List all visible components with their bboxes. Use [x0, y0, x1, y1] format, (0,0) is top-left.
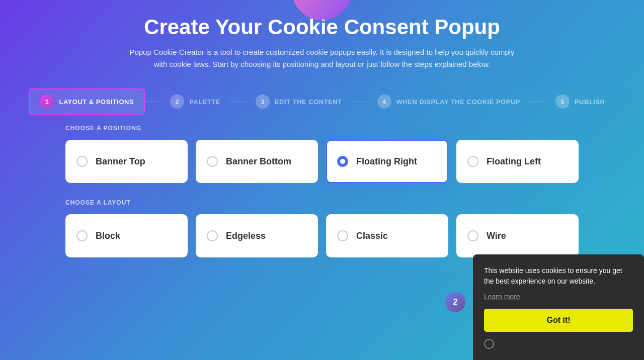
step-divider-1 — [145, 102, 160, 102]
position-floating-left[interactable]: Floating Left — [456, 140, 579, 183]
main-content: CHOOSE A POSITIONG Banner Top Banner Bot… — [0, 125, 644, 257]
step-1[interactable]: 1 LAYOUT & POSITIONS — [29, 88, 145, 115]
step-divider-4 — [530, 102, 545, 102]
layout-wire-label: Wire — [487, 231, 506, 241]
step-4-label: WHEN DISPLAY THE COOKIE POPUP — [396, 98, 520, 106]
layout-edgeless-label: Edgeless — [226, 231, 266, 241]
step-4[interactable]: 4 WHEN DISPLAY THE COOKIE POPUP — [367, 89, 530, 114]
cookie-consent-popup: This website uses cookies to ensure you … — [473, 254, 644, 360]
step2-floating-circle: 2 — [445, 292, 465, 312]
radio-wire — [467, 230, 478, 241]
step-5-label: PUBLISH — [575, 98, 605, 106]
position-floating-right[interactable]: ✓ Floating Right — [326, 140, 448, 183]
cookie-footer-icon — [484, 339, 494, 349]
radio-floating-right: ✓ — [337, 156, 348, 167]
radio-floating-left — [467, 156, 478, 167]
cookie-got-it-button[interactable]: Got it! — [484, 309, 633, 332]
step-5-number: 5 — [555, 95, 570, 109]
radio-edgeless — [207, 230, 218, 241]
position-banner-bottom-label: Banner Bottom — [226, 156, 291, 167]
positioning-label: CHOOSE A POSITIONG — [65, 125, 579, 132]
layout-label: CHOOSE A LAYOUT — [65, 199, 579, 206]
step-3[interactable]: 3 EDIT THE CONTENT — [246, 89, 352, 114]
position-banner-top[interactable]: Banner Top — [65, 140, 188, 183]
positioning-section: CHOOSE A POSITIONG Banner Top Banner Bot… — [65, 125, 579, 183]
radio-classic — [337, 230, 348, 241]
cookie-learn-more-link[interactable]: Learn more — [484, 293, 633, 301]
position-grid: Banner Top Banner Bottom ✓ Floating Righ… — [65, 140, 579, 183]
layout-edgeless[interactable]: Edgeless — [196, 214, 318, 257]
step-2[interactable]: 2 PALETTE — [160, 89, 230, 114]
step-1-label: LAYOUT & POSITIONS — [59, 98, 134, 106]
steps-navigation: 1 LAYOUT & POSITIONS 2 PALETTE 3 EDIT TH… — [0, 80, 644, 125]
step-4-number: 4 — [377, 95, 391, 109]
step-3-label: EDIT THE CONTENT — [275, 98, 342, 106]
radio-block — [76, 230, 88, 241]
page-description: Popup Cookie Creator is a tool to create… — [126, 46, 518, 70]
layout-block-label: Block — [96, 231, 120, 241]
layout-classic-label: Classic — [356, 231, 388, 241]
position-banner-bottom[interactable]: Banner Bottom — [196, 140, 318, 183]
step-1-number: 1 — [40, 95, 54, 109]
step-2-label: PALETTE — [189, 98, 220, 106]
step-divider-3 — [352, 102, 367, 102]
step-3-number: 3 — [256, 95, 270, 109]
step-5[interactable]: 5 PUBLISH — [545, 89, 615, 114]
position-floating-left-label: Floating Left — [487, 156, 541, 167]
layout-section: CHOOSE A LAYOUT Block Edgeless Classic W… — [65, 199, 579, 257]
radio-banner-top — [76, 156, 88, 167]
position-banner-top-label: Banner Top — [96, 156, 145, 167]
step-2-number: 2 — [170, 95, 184, 109]
cookie-popup-message: This website uses cookies to ensure you … — [484, 265, 633, 287]
layout-block[interactable]: Block — [65, 214, 188, 257]
check-icon: ✓ — [341, 158, 345, 165]
radio-floating-right-inner: ✓ — [340, 159, 345, 164]
radio-banner-bottom — [207, 156, 218, 167]
position-floating-right-label: Floating Right — [356, 156, 417, 167]
layout-wire[interactable]: Wire — [456, 214, 579, 257]
step-divider-2 — [230, 102, 246, 102]
layout-grid: Block Edgeless Classic Wire — [65, 214, 579, 257]
layout-classic[interactable]: Classic — [326, 214, 448, 257]
